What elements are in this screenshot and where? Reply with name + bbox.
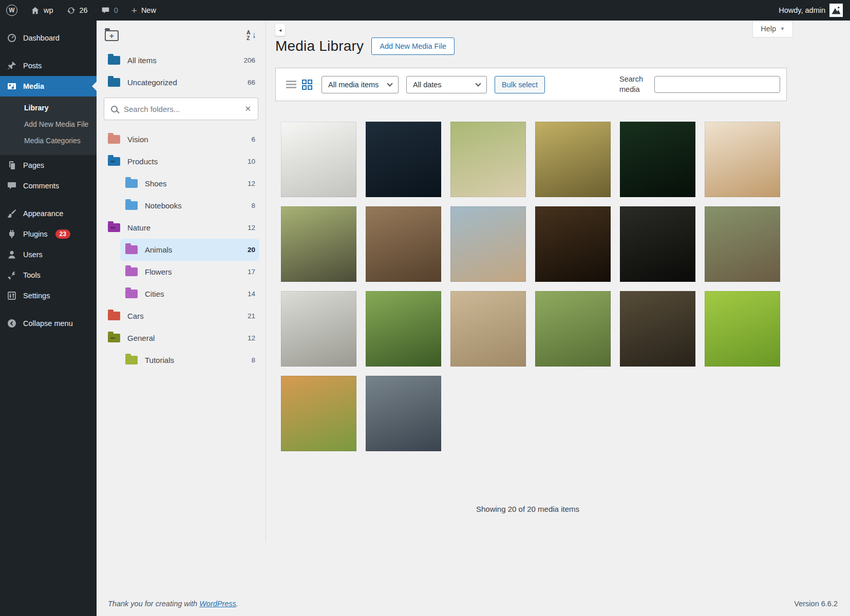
search-media-label: Search media xyxy=(619,74,646,94)
media-item-dog-bandana[interactable] xyxy=(620,291,695,367)
updates-link[interactable]: 26 xyxy=(67,6,88,15)
folder-animals[interactable]: Animals 20 xyxy=(120,239,259,261)
comments-link[interactable]: 0 xyxy=(101,6,118,15)
date-filter-value: All dates xyxy=(413,81,442,89)
media-item-jumping-spaniel[interactable] xyxy=(366,291,441,367)
clear-search-icon[interactable]: ✕ xyxy=(244,104,251,113)
plugins-update-badge: 23 xyxy=(55,229,70,239)
dashboard-icon xyxy=(6,32,17,44)
sidebar-item-dashboard[interactable]: Dashboard xyxy=(0,28,97,48)
bulk-select-button[interactable]: Bulk select xyxy=(495,76,545,93)
sidebar-item-users[interactable]: Users xyxy=(0,244,97,265)
caret-down-icon: ▼ xyxy=(780,26,785,31)
folder-general[interactable]: General 12 xyxy=(103,327,259,349)
media-type-filter-select[interactable]: All media items xyxy=(322,76,399,93)
posts-icon xyxy=(6,60,17,71)
media-library-main: Help ▼ ◂ Media Library Add New Media Fil… xyxy=(266,21,850,513)
media-item-bird-on-branch[interactable] xyxy=(366,122,441,197)
add-new-media-file-button[interactable]: Add New Media File xyxy=(371,37,455,55)
wp-logo-menu[interactable]: W xyxy=(6,5,17,16)
media-item-hummingbird[interactable] xyxy=(281,122,356,197)
list-view-icon[interactable] xyxy=(286,81,296,89)
folder-icon xyxy=(125,290,138,298)
folder-tree: Vision 6 Products 10 Shoes 12 Notebooks … xyxy=(97,128,266,371)
folder-search-input[interactable] xyxy=(123,104,239,114)
folder-icon xyxy=(125,179,138,188)
media-item-kudu-antelope[interactable] xyxy=(366,206,441,282)
title-row: Media Library Add New Media File xyxy=(275,37,850,55)
folder-search-box: ✕ xyxy=(104,98,258,120)
updates-icon xyxy=(67,6,75,15)
media-item-lion-cub[interactable] xyxy=(620,122,695,197)
media-search-input[interactable] xyxy=(654,76,780,93)
media-item-llamas[interactable] xyxy=(450,206,526,282)
folder-shoes[interactable]: Shoes 12 xyxy=(120,172,259,195)
folder-uncategorized[interactable]: Uncategorized 66 xyxy=(103,71,259,93)
sidebar-item-settings[interactable]: Settings xyxy=(0,285,97,306)
folder-flowers[interactable]: Flowers 17 xyxy=(120,261,259,283)
submenu-item-library[interactable]: Library xyxy=(0,100,97,116)
sidebar-item-appearance[interactable]: Appearance xyxy=(0,203,97,224)
admin-footer: Thank you for creating with WordPress. V… xyxy=(97,600,850,608)
site-name-link[interactable]: wp xyxy=(31,6,53,15)
sidebar-item-collapse[interactable]: Collapse menu xyxy=(0,313,97,334)
new-content-link[interactable]: + New xyxy=(131,6,156,15)
columns: + AZ ↓ All items 206 Uncategorized 66 xyxy=(97,21,850,600)
grid-view-icon[interactable] xyxy=(302,80,312,90)
collapse-folder-panel-button[interactable]: ◂ xyxy=(275,24,285,36)
media-item-hyena[interactable] xyxy=(535,122,611,197)
menu-separator xyxy=(0,196,97,203)
folder-icon xyxy=(108,312,120,320)
collapse-icon xyxy=(6,318,17,329)
content-wrap: + AZ ↓ All items 206 Uncategorized 66 xyxy=(97,21,850,616)
media-item-golden-eagle[interactable] xyxy=(535,206,611,282)
media-count-status: Showing 20 of 20 media items xyxy=(275,505,780,513)
add-folder-icon[interactable]: + xyxy=(105,30,119,41)
folder-nature[interactable]: Nature 12 xyxy=(103,217,259,239)
folder-notebooks[interactable]: Notebooks 8 xyxy=(120,195,259,217)
media-item-elephant[interactable] xyxy=(705,206,780,282)
menu-separator xyxy=(0,48,97,55)
sidebar-item-comments[interactable]: Comments xyxy=(0,176,97,196)
media-item-ducklings[interactable] xyxy=(535,291,611,367)
view-switcher xyxy=(286,80,312,90)
date-filter-select[interactable]: All dates xyxy=(406,76,487,93)
submenu-item-media-categories[interactable]: Media Categories xyxy=(0,132,97,149)
wordpress-link[interactable]: WordPress xyxy=(199,600,236,608)
media-item-zebras[interactable] xyxy=(450,122,526,197)
media-item-pug-licking[interactable] xyxy=(705,122,780,197)
appearance-icon xyxy=(6,208,17,219)
sidebar-item-pages[interactable]: Pages xyxy=(0,155,97,176)
comment-bubble-icon xyxy=(101,6,110,15)
media-item-two-deer[interactable] xyxy=(281,376,356,451)
media-item-deer-grass[interactable] xyxy=(705,291,780,367)
submenu-item-add-new-media-file[interactable]: Add New Media File xyxy=(0,116,97,132)
folder-cities[interactable]: Cities 14 xyxy=(120,283,259,305)
media-item-hippo[interactable] xyxy=(450,291,526,367)
pages-icon xyxy=(6,160,17,171)
folder-cars[interactable]: Cars 21 xyxy=(103,305,259,327)
sidebar-item-tools[interactable]: Tools xyxy=(0,265,97,285)
root-folder-list: All items 206 Uncategorized 66 xyxy=(97,49,266,93)
help-label: Help xyxy=(761,25,776,33)
folder-all-items[interactable]: All items 206 xyxy=(103,49,259,71)
comments-icon xyxy=(6,180,17,191)
site-name-label: wp xyxy=(44,6,53,14)
sidebar-item-plugins[interactable]: Plugins 23 xyxy=(0,224,97,244)
media-type-filter-value: All media items xyxy=(328,81,379,89)
folder-products[interactable]: Products 10 xyxy=(103,150,259,172)
media-item-goat[interactable] xyxy=(281,291,356,367)
sidebar-item-media[interactable]: Media xyxy=(0,76,97,97)
folder-icon xyxy=(108,56,120,65)
media-item-owl-eyes[interactable] xyxy=(620,206,695,282)
media-item-owl-chick[interactable] xyxy=(366,376,441,451)
my-account-link[interactable]: Howdy, admin xyxy=(779,4,843,17)
folder-vision[interactable]: Vision 6 xyxy=(103,128,259,150)
help-dropdown[interactable]: Help ▼ xyxy=(752,21,793,37)
users-icon xyxy=(6,249,17,260)
folder-tutorials[interactable]: Tutorials 8 xyxy=(120,349,259,371)
media-search-wrap: Search media xyxy=(619,74,780,94)
sort-az-icon[interactable]: AZ ↓ xyxy=(247,30,256,41)
media-item-dog-licking[interactable] xyxy=(281,206,356,282)
sidebar-item-posts[interactable]: Posts xyxy=(0,55,97,76)
